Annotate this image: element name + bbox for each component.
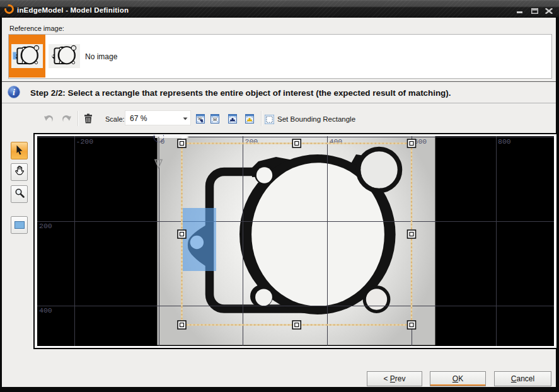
svg-text:0: 0 — [161, 137, 165, 146]
svg-text:200: 200 — [39, 222, 52, 230]
svg-text:400: 400 — [39, 306, 52, 314]
svg-text:800: 800 — [498, 137, 511, 146]
svg-text:-200: -200 — [76, 137, 94, 146]
svg-text:i: i — [13, 88, 15, 97]
